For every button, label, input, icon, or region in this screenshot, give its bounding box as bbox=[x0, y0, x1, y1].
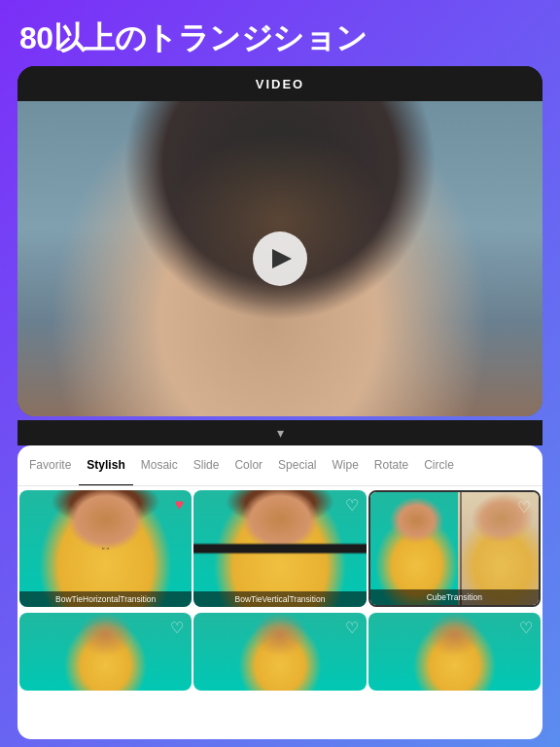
tabs-row: Favorite Stylish Mosaic Slide Color Spec… bbox=[18, 445, 542, 486]
heart-icon-3[interactable]: ♡ bbox=[517, 498, 531, 516]
header-title: 80以上のトランジション bbox=[19, 18, 368, 60]
video-label: VIDEO bbox=[256, 77, 304, 91]
heart-icon-6[interactable]: ♡ bbox=[519, 619, 533, 637]
video-thumbnail[interactable] bbox=[18, 101, 542, 416]
thumbnails-grid: ♥ BowTieHorizontalTransition ♡ BowTieVer… bbox=[18, 486, 542, 611]
bottom-row: ♡ ♡ ♡ bbox=[18, 611, 542, 693]
tab-slide[interactable]: Slide bbox=[186, 445, 228, 486]
thumb-cube[interactable]: ♡ CubeTransition bbox=[368, 490, 541, 607]
thumb-label-1: BowTieHorizontalTransition bbox=[19, 591, 192, 607]
tab-mosaic[interactable]: Mosaic bbox=[133, 445, 186, 486]
heart-icon-5[interactable]: ♡ bbox=[345, 619, 359, 637]
video-container: VIDEO bbox=[18, 66, 542, 416]
tab-rotate[interactable]: Rotate bbox=[367, 445, 416, 486]
thumb-label-3: CubeTransition bbox=[370, 589, 539, 605]
heart-icon-2[interactable]: ♡ bbox=[345, 496, 359, 515]
play-icon bbox=[272, 249, 292, 268]
chevron-area[interactable]: ▾ bbox=[18, 420, 542, 445]
thumb-bowtie-v[interactable]: ♡ BowTieVerticalTransition bbox=[193, 490, 366, 607]
bottom-panel: Favorite Stylish Mosaic Slide Color Spec… bbox=[18, 445, 542, 739]
tab-special[interactable]: Special bbox=[270, 445, 324, 486]
heart-icon-4[interactable]: ♡ bbox=[170, 619, 184, 637]
thumb-label-2: BowTieVerticalTransition bbox=[193, 591, 366, 607]
heart-icon-1[interactable]: ♥ bbox=[175, 496, 185, 514]
thumb-bottom-1[interactable]: ♡ bbox=[19, 613, 192, 691]
thumb-bottom-3[interactable]: ♡ bbox=[368, 613, 541, 691]
tab-color[interactable]: Color bbox=[227, 445, 270, 486]
thumb-bowtie-h[interactable]: ♥ BowTieHorizontalTransition bbox=[19, 490, 192, 607]
tab-wipe[interactable]: Wipe bbox=[324, 445, 366, 486]
video-top-bar: VIDEO bbox=[18, 66, 542, 101]
tab-favorite[interactable]: Favorite bbox=[21, 445, 79, 486]
tab-circle[interactable]: Circle bbox=[416, 445, 462, 486]
thumb-bottom-2[interactable]: ♡ bbox=[193, 613, 366, 691]
tab-stylish[interactable]: Stylish bbox=[79, 445, 132, 486]
chevron-down-icon: ▾ bbox=[277, 425, 284, 441]
play-button[interactable] bbox=[253, 231, 307, 286]
